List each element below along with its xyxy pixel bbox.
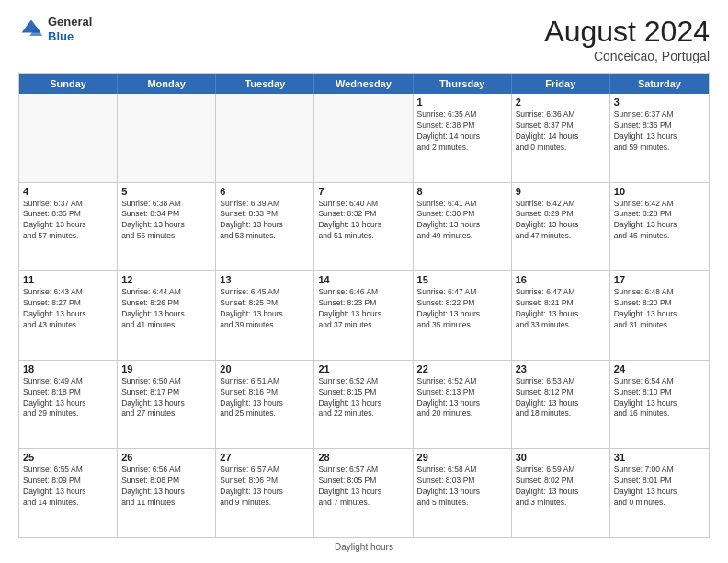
day-number: 21 — [318, 363, 408, 374]
calendar-cell: 4Sunrise: 6:37 AM Sunset: 8:35 PM Daylig… — [19, 183, 118, 271]
day-number: 31 — [614, 452, 705, 463]
logo-general-text: General — [48, 15, 92, 29]
day-number: 8 — [417, 186, 507, 197]
calendar-day-header: Friday — [512, 74, 610, 94]
day-number: 28 — [318, 452, 408, 463]
day-info: Sunrise: 6:53 AM Sunset: 8:12 PM Dayligh… — [516, 376, 606, 420]
calendar-cell: 19Sunrise: 6:50 AM Sunset: 8:17 PM Dayli… — [118, 361, 216, 449]
day-number: 27 — [220, 452, 310, 463]
calendar-cell: 3Sunrise: 6:37 AM Sunset: 8:36 PM Daylig… — [610, 94, 709, 182]
day-number: 3 — [614, 97, 705, 108]
calendar-cell: 11Sunrise: 6:43 AM Sunset: 8:27 PM Dayli… — [19, 271, 118, 360]
calendar-cell: 15Sunrise: 6:47 AM Sunset: 8:22 PM Dayli… — [414, 271, 512, 360]
calendar-cell: 30Sunrise: 6:59 AM Sunset: 8:02 PM Dayli… — [512, 449, 610, 537]
day-number: 23 — [516, 363, 606, 374]
day-number: 25 — [23, 452, 113, 463]
day-number: 16 — [516, 274, 606, 285]
calendar-cell — [314, 94, 413, 182]
daylight-hours-label: Daylight hours — [335, 542, 393, 552]
calendar-cell — [118, 94, 216, 182]
calendar-cell: 25Sunrise: 6:55 AM Sunset: 8:09 PM Dayli… — [19, 449, 118, 537]
day-number: 4 — [23, 186, 113, 197]
day-info: Sunrise: 6:56 AM Sunset: 8:08 PM Dayligh… — [121, 465, 211, 509]
calendar-cell: 10Sunrise: 6:42 AM Sunset: 8:28 PM Dayli… — [610, 183, 709, 271]
day-number: 12 — [121, 274, 211, 285]
calendar-cell: 31Sunrise: 7:00 AM Sunset: 8:01 PM Dayli… — [610, 449, 709, 537]
day-info: Sunrise: 6:47 AM Sunset: 8:22 PM Dayligh… — [417, 287, 507, 331]
calendar-cell: 23Sunrise: 6:53 AM Sunset: 8:12 PM Dayli… — [512, 361, 610, 449]
calendar-cell: 7Sunrise: 6:40 AM Sunset: 8:32 PM Daylig… — [314, 183, 413, 271]
day-number: 6 — [220, 186, 310, 197]
calendar-cell: 22Sunrise: 6:52 AM Sunset: 8:13 PM Dayli… — [414, 361, 512, 449]
calendar-cell: 17Sunrise: 6:48 AM Sunset: 8:20 PM Dayli… — [610, 271, 709, 360]
day-info: Sunrise: 6:59 AM Sunset: 8:02 PM Dayligh… — [516, 465, 606, 509]
day-number: 9 — [516, 186, 606, 197]
day-info: Sunrise: 6:57 AM Sunset: 8:05 PM Dayligh… — [318, 465, 408, 509]
calendar-day-header: Thursday — [414, 74, 512, 94]
day-info: Sunrise: 6:43 AM Sunset: 8:27 PM Dayligh… — [23, 287, 113, 331]
day-info: Sunrise: 6:38 AM Sunset: 8:34 PM Dayligh… — [121, 199, 211, 243]
day-number: 22 — [417, 363, 507, 374]
day-info: Sunrise: 6:57 AM Sunset: 8:06 PM Dayligh… — [220, 465, 310, 509]
calendar-cell — [216, 94, 314, 182]
day-info: Sunrise: 6:50 AM Sunset: 8:17 PM Dayligh… — [121, 376, 211, 420]
day-info: Sunrise: 6:54 AM Sunset: 8:10 PM Dayligh… — [614, 376, 705, 420]
calendar-day-header: Saturday — [610, 74, 709, 94]
calendar-cell: 2Sunrise: 6:36 AM Sunset: 8:37 PM Daylig… — [512, 94, 610, 182]
day-number: 7 — [318, 186, 408, 197]
day-info: Sunrise: 6:44 AM Sunset: 8:26 PM Dayligh… — [121, 287, 211, 331]
calendar-week-row: 11Sunrise: 6:43 AM Sunset: 8:27 PM Dayli… — [19, 271, 709, 361]
title-block: August 2024 Conceicao, Portugal — [544, 15, 710, 63]
calendar-week-row: 1Sunrise: 6:35 AM Sunset: 8:38 PM Daylig… — [19, 94, 709, 183]
day-number: 10 — [614, 186, 705, 197]
calendar-cell: 20Sunrise: 6:51 AM Sunset: 8:16 PM Dayli… — [216, 361, 314, 449]
calendar-cell: 21Sunrise: 6:52 AM Sunset: 8:15 PM Dayli… — [314, 361, 413, 449]
calendar-cell: 16Sunrise: 6:47 AM Sunset: 8:21 PM Dayli… — [512, 271, 610, 360]
day-number: 24 — [614, 363, 705, 374]
day-info: Sunrise: 6:42 AM Sunset: 8:29 PM Dayligh… — [516, 199, 606, 243]
calendar-cell: 9Sunrise: 6:42 AM Sunset: 8:29 PM Daylig… — [512, 183, 610, 271]
logo-icon — [18, 17, 44, 42]
calendar-body: 1Sunrise: 6:35 AM Sunset: 8:38 PM Daylig… — [19, 94, 709, 537]
day-number: 30 — [516, 452, 606, 463]
day-info: Sunrise: 6:51 AM Sunset: 8:16 PM Dayligh… — [220, 376, 310, 420]
calendar-week-row: 25Sunrise: 6:55 AM Sunset: 8:09 PM Dayli… — [19, 449, 709, 537]
location: Conceicao, Portugal — [544, 49, 710, 63]
calendar-cell: 1Sunrise: 6:35 AM Sunset: 8:38 PM Daylig… — [414, 94, 512, 182]
day-info: Sunrise: 6:49 AM Sunset: 8:18 PM Dayligh… — [23, 376, 113, 420]
page: General Blue August 2024 Conceicao, Port… — [0, 0, 728, 563]
day-number: 17 — [614, 274, 705, 285]
calendar-cell — [19, 94, 118, 182]
month-year: August 2024 — [544, 15, 710, 49]
day-number: 5 — [121, 186, 211, 197]
day-info: Sunrise: 6:45 AM Sunset: 8:25 PM Dayligh… — [220, 287, 310, 331]
day-number: 20 — [220, 363, 310, 374]
logo-blue-text: Blue — [48, 29, 74, 43]
day-info: Sunrise: 6:35 AM Sunset: 8:38 PM Dayligh… — [417, 109, 507, 154]
calendar-day-header: Monday — [118, 74, 216, 94]
calendar-cell: 5Sunrise: 6:38 AM Sunset: 8:34 PM Daylig… — [118, 183, 216, 271]
day-number: 2 — [516, 97, 606, 108]
day-info: Sunrise: 6:55 AM Sunset: 8:09 PM Dayligh… — [23, 465, 113, 509]
calendar-cell: 29Sunrise: 6:58 AM Sunset: 8:03 PM Dayli… — [414, 449, 512, 537]
calendar-cell: 8Sunrise: 6:41 AM Sunset: 8:30 PM Daylig… — [414, 183, 512, 271]
day-number: 19 — [121, 363, 211, 374]
calendar-cell: 12Sunrise: 6:44 AM Sunset: 8:26 PM Dayli… — [118, 271, 216, 360]
calendar-week-row: 4Sunrise: 6:37 AM Sunset: 8:35 PM Daylig… — [19, 183, 709, 272]
day-info: Sunrise: 6:47 AM Sunset: 8:21 PM Dayligh… — [516, 287, 606, 331]
calendar-cell: 28Sunrise: 6:57 AM Sunset: 8:05 PM Dayli… — [314, 449, 413, 537]
calendar-week-row: 18Sunrise: 6:49 AM Sunset: 8:18 PM Dayli… — [19, 361, 709, 450]
day-info: Sunrise: 6:42 AM Sunset: 8:28 PM Dayligh… — [614, 199, 705, 243]
day-number: 13 — [220, 274, 310, 285]
day-info: Sunrise: 6:41 AM Sunset: 8:30 PM Dayligh… — [417, 199, 507, 243]
calendar-cell: 13Sunrise: 6:45 AM Sunset: 8:25 PM Dayli… — [216, 271, 314, 360]
day-number: 26 — [121, 452, 211, 463]
day-info: Sunrise: 6:48 AM Sunset: 8:20 PM Dayligh… — [614, 287, 705, 331]
calendar-header: SundayMondayTuesdayWednesdayThursdayFrid… — [19, 74, 709, 94]
day-info: Sunrise: 6:37 AM Sunset: 8:36 PM Dayligh… — [614, 109, 705, 154]
day-info: Sunrise: 6:36 AM Sunset: 8:37 PM Dayligh… — [516, 109, 606, 154]
day-number: 15 — [417, 274, 507, 285]
day-info: Sunrise: 6:40 AM Sunset: 8:32 PM Dayligh… — [318, 199, 408, 243]
calendar-cell: 18Sunrise: 6:49 AM Sunset: 8:18 PM Dayli… — [19, 361, 118, 449]
calendar: SundayMondayTuesdayWednesdayThursdayFrid… — [18, 73, 710, 538]
